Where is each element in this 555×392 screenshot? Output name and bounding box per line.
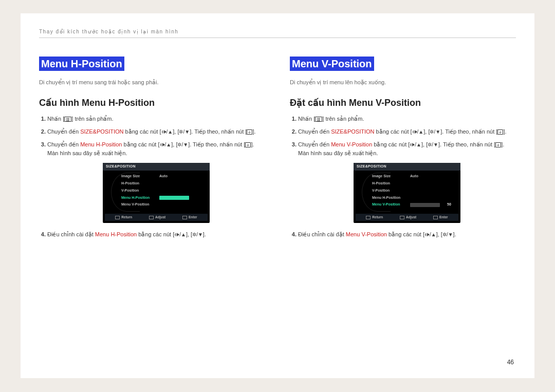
vol-down-icon: ✲/▼ [428,141,438,149]
enter-icon: ⎆ [245,142,251,147]
enter-icon: ⎆ [247,129,252,135]
vol-down-icon: ✲/▼ [177,141,188,149]
vol-up-icon: 🕪/▲ [424,231,436,239]
section-title-h: Menu H-Position [39,57,124,71]
step-3: Chuyển đến Menu H-Position bằng các nút … [47,140,265,223]
vol-up-icon: 🕪/▲ [160,141,172,149]
vol-up-icon: 🕪/▲ [161,128,173,136]
step-4: Điều chỉnh cài đặt Menu H-Position bằng … [47,230,265,239]
section-title-v: Menu V-Position [290,57,374,71]
subheading: Đặt cấu hình Menu V-Position [290,97,516,108]
page-number: 46 [507,359,514,366]
breadcrumb: Thay đổi kích thước hoặc định vị lại màn… [39,29,516,38]
vol-down-icon: ✲/▼ [179,128,190,136]
osd-preview: SIZE&POSITION Image SizeAuto H-Position … [298,163,516,223]
osd-adjust: Adjust [149,215,165,220]
vol-up-icon: 🕪/▲ [410,141,421,149]
steps-list: Nhấn [▥] trên sản phẩm. Chuyển đến SIZE&… [290,115,516,239]
vol-down-icon: ✲/▼ [192,231,203,239]
vol-up-icon: 🕪/▲ [174,231,186,239]
step-1: Nhấn [▥] trên sản phẩm. [298,115,516,123]
menu-icon: ▥ [315,117,322,122]
lead-text: Di chuyển vị trí menu sang trái hoặc san… [39,79,265,86]
osd-adjust: Adjust [400,215,416,220]
osd-title: SIZE&POSITION [103,163,210,171]
step-2: Chuyển đến SIZE&POSITION bằng các nút [🕪… [47,127,265,136]
step-1: Nhấn [▥] trên sản phẩm. [47,115,265,123]
osd-enter: Enter [182,215,197,220]
osd-enter: Enter [433,215,448,220]
osd-return: Return [366,215,383,220]
enter-icon: ⎆ [497,129,503,135]
menu-icon: ▥ [64,117,71,122]
vol-up-icon: 🕪/▲ [412,128,424,136]
osd-title: SIZE&POSITION [354,163,460,171]
vol-down-icon: ✲/▼ [442,231,453,239]
osd-return: Return [115,215,132,220]
lead-text: Di chuyển vị trí menu lên hoặc xuống. [290,79,516,86]
step-2: Chuyển đến SIZE&POSITION bằng các nút [🕪… [298,127,516,136]
col-right: Menu V-Position Di chuyển vị trí menu lê… [290,57,516,243]
enter-icon: ⎆ [495,142,501,147]
two-column-layout: Menu H-Position Di chuyển vị trí menu sa… [39,57,516,243]
vol-down-icon: ✲/▼ [430,128,440,136]
manual-page: Thay đổi kích thước hoặc định vị lại màn… [21,13,534,378]
step-3: Chuyển đến Menu V-Position bằng các nút … [298,140,516,223]
col-left: Menu H-Position Di chuyển vị trí menu sa… [39,57,265,243]
subheading: Cấu hình Menu H-Position [39,97,265,108]
step-4: Điều chỉnh cài đặt Menu V-Position bằng … [298,230,516,239]
osd-preview: SIZE&POSITION Image SizeAuto H-Position … [47,163,265,223]
steps-list: Nhấn [▥] trên sản phẩm. Chuyển đến SIZE&… [39,115,265,239]
